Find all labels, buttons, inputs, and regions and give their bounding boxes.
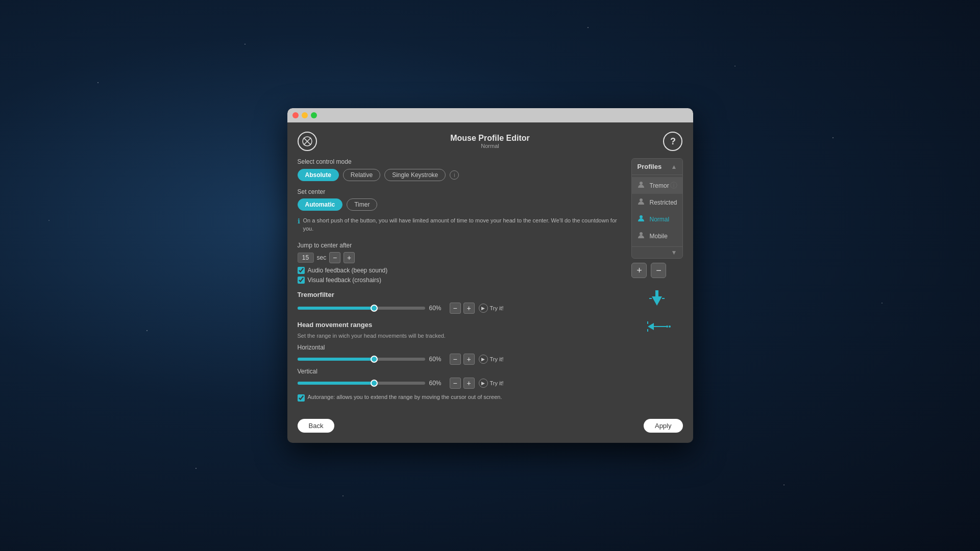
- vertical-try-it-button[interactable]: ▶ Try it!: [479, 379, 504, 388]
- profiles-list: Tremor ⓘ Restricted: [632, 175, 682, 246]
- apply-button[interactable]: Apply: [644, 419, 683, 433]
- vertical-slider-track[interactable]: [298, 382, 425, 385]
- audio-feedback-checkbox[interactable]: [298, 267, 305, 274]
- svg-point-5: [640, 215, 643, 218]
- tremorfilter-section: Tremorfilter 60% − + ▶ Try: [298, 291, 625, 314]
- window-content: Mouse Profile Editor Normal ? Select con…: [287, 122, 693, 443]
- tremorfilter-try-it-button[interactable]: ▶ Try it!: [479, 304, 504, 313]
- tremorfilter-controls: − +: [450, 303, 475, 314]
- jump-to-center-section: Jump to center after 15 sec − + Audio fe…: [298, 242, 625, 284]
- vertical-label: Vertical: [298, 368, 625, 375]
- profiles-panel: Profiles ▲ Tremor ⓘ: [631, 158, 682, 259]
- maximize-button[interactable]: [311, 112, 317, 118]
- set-center-section: Set center Automatic Timer ℹ On a short …: [298, 188, 625, 235]
- absolute-mode-button[interactable]: Absolute: [298, 169, 339, 181]
- visual-feedback-checkbox[interactable]: [298, 277, 305, 284]
- timer-mode-button[interactable]: Timer: [347, 198, 377, 211]
- left-panel: Select control mode Absolute Relative Si…: [298, 158, 625, 407]
- tremorfilter-decrement[interactable]: −: [450, 303, 461, 314]
- vertical-percent: 60%: [429, 380, 446, 387]
- autorange-label: Autorange: allows you to extend the rang…: [308, 394, 502, 400]
- tremorfilter-heading: Tremorfilter: [298, 291, 625, 298]
- add-profile-button[interactable]: +: [631, 263, 647, 278]
- vertical-play-icon: ▶: [479, 379, 488, 388]
- vertical-decrement[interactable]: −: [450, 378, 461, 389]
- info-box-icon: ℹ: [298, 217, 300, 225]
- tremorfilter-slider-track[interactable]: [298, 307, 425, 310]
- tremorfilter-increment[interactable]: +: [463, 303, 475, 314]
- profile-item-tremor[interactable]: Tremor ⓘ: [632, 177, 682, 194]
- header-title: Mouse Profile Editor Normal: [450, 134, 530, 149]
- tremorfilter-try-it-label: Try it!: [490, 305, 504, 311]
- normal-name: Normal: [649, 216, 669, 223]
- audio-feedback-label: Audio feedback (beep sound): [308, 267, 388, 274]
- horizontal-movement-icon: [642, 319, 672, 336]
- app-window: Mouse Profile Editor Normal ? Select con…: [287, 108, 693, 443]
- minimize-button[interactable]: [302, 112, 308, 118]
- profile-item-mobile[interactable]: Mobile: [632, 228, 682, 244]
- tremor-avatar: [637, 181, 645, 190]
- profile-item-restricted[interactable]: Restricted: [632, 194, 682, 211]
- header-row: Mouse Profile Editor Normal ?: [298, 132, 683, 151]
- automatic-mode-button[interactable]: Automatic: [298, 198, 343, 211]
- counter-value: 15: [298, 253, 314, 263]
- autorange-row: Autorange: allows you to extend the rang…: [298, 394, 625, 402]
- counter-row: 15 sec − +: [298, 252, 625, 263]
- svg-point-3: [640, 182, 643, 185]
- close-button[interactable]: [292, 112, 299, 118]
- info-box-text: On a short push of the button, you will …: [303, 217, 625, 233]
- back-button[interactable]: Back: [298, 419, 335, 433]
- horizontal-percent: 60%: [429, 356, 446, 363]
- title-bar: [287, 108, 693, 122]
- profiles-title: Profiles: [637, 163, 662, 170]
- vertical-slider-thumb[interactable]: [371, 380, 378, 387]
- counter-unit: sec: [317, 254, 327, 261]
- horizontal-label: Horizontal: [298, 344, 625, 351]
- horizontal-increment[interactable]: +: [463, 354, 475, 365]
- horizontal-try-it-label: Try it!: [490, 356, 504, 362]
- main-layout: Select control mode Absolute Relative Si…: [298, 158, 683, 407]
- autorange-checkbox[interactable]: [298, 394, 305, 402]
- relative-mode-button[interactable]: Relative: [343, 169, 380, 181]
- horizontal-try-it-button[interactable]: ▶ Try it!: [479, 355, 504, 364]
- svg-marker-11: [648, 323, 654, 330]
- vertical-try-it-label: Try it!: [490, 380, 504, 386]
- single-keystroke-mode-button[interactable]: Single Keystroke: [384, 169, 446, 181]
- visual-feedback-label: Visual feedback (croshairs): [308, 277, 382, 284]
- horizontal-slider-thumb[interactable]: [371, 356, 378, 363]
- control-mode-label: Select control mode: [298, 158, 625, 165]
- traffic-lights: [292, 112, 317, 118]
- tremorfilter-slider-fill: [298, 307, 374, 310]
- normal-avatar: [637, 214, 645, 224]
- movement-visual: [631, 285, 682, 336]
- profiles-scroll-up[interactable]: ▲: [671, 163, 677, 170]
- audio-feedback-row: Audio feedback (beep sound): [298, 267, 625, 274]
- horizontal-decrement[interactable]: −: [450, 354, 461, 365]
- vertical-controls: − +: [450, 378, 475, 389]
- profiles-actions: + −: [631, 263, 682, 278]
- svg-point-13: [666, 325, 668, 328]
- profile-item-normal[interactable]: Normal: [632, 211, 682, 228]
- mobile-avatar: [637, 231, 645, 241]
- horizontal-slider-track[interactable]: [298, 358, 425, 361]
- control-mode-info-icon[interactable]: i: [450, 170, 459, 180]
- profiles-header: Profiles ▲: [632, 159, 682, 175]
- mobile-name: Mobile: [649, 233, 667, 240]
- decrement-button[interactable]: −: [329, 252, 340, 263]
- increment-button[interactable]: +: [344, 252, 355, 263]
- svg-marker-7: [652, 296, 662, 306]
- vertical-increment[interactable]: +: [463, 378, 475, 389]
- restricted-avatar: [637, 197, 645, 207]
- profiles-footer: ▼: [632, 246, 682, 258]
- remove-profile-button[interactable]: −: [651, 263, 666, 278]
- profiles-scroll-down[interactable]: ▼: [671, 249, 677, 256]
- tremorfilter-percent: 60%: [429, 305, 446, 312]
- horizontal-slider-row: 60% − + ▶ Try it!: [298, 354, 625, 365]
- tremor-info-button[interactable]: ⓘ: [670, 181, 677, 190]
- help-button[interactable]: ?: [663, 132, 682, 151]
- app-icon: [298, 132, 317, 151]
- horizontal-play-icon: ▶: [479, 355, 488, 364]
- tremorfilter-slider-thumb[interactable]: [371, 305, 378, 312]
- center-mode-row: Automatic Timer: [298, 198, 625, 211]
- bottom-bar: Back Apply: [298, 415, 683, 433]
